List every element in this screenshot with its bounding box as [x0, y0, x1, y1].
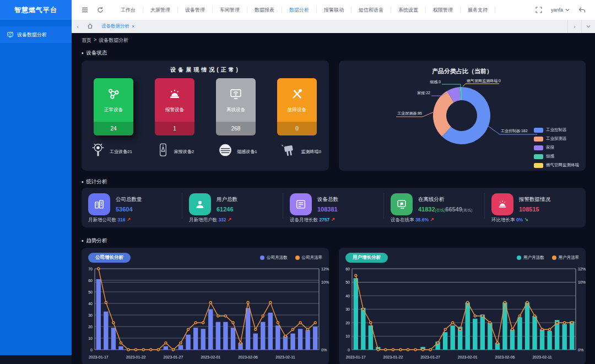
- svg-text:30: 30: [345, 307, 350, 311]
- pie-legend-item-3[interactable]: 烟感: [534, 154, 579, 159]
- status-cards: 正常设备24报警设备1离线设备268故障设备0: [82, 74, 329, 135]
- stat-cell-3: 在离线分析41832(在线)66549(离线)设备在线率 38.6%↗: [384, 188, 485, 227]
- tab-menu-icon[interactable]: [581, 20, 595, 33]
- trend-up-icon: ↗: [228, 217, 232, 222]
- svg-text:20: 20: [88, 325, 93, 329]
- device-type-item-0: 工业设备21: [89, 141, 132, 162]
- chart-legend-item-1[interactable]: 公司月活率: [295, 255, 323, 260]
- svg-text:2023-02-11: 2023-02-11: [532, 355, 551, 359]
- status-card-2[interactable]: 离线设备268: [216, 78, 256, 135]
- svg-text:60: 60: [88, 279, 93, 282]
- nav-item-7[interactable]: 短信和语音: [351, 7, 391, 13]
- device-type-icon: [155, 141, 171, 162]
- home-icon[interactable]: [84, 23, 96, 30]
- chart-legend-item-0[interactable]: 公司月活数: [260, 255, 288, 260]
- nav-item-0[interactable]: 工作台: [113, 7, 143, 13]
- company-growth-badge: 公司增长分析: [88, 253, 131, 263]
- stat-sub: 月新增公司数 316↗: [88, 217, 180, 224]
- user-growth-chart: 01020304050600%10%12%2023-01-172023-01-2…: [339, 265, 586, 364]
- stat-sub: 月新增用户数 332↗: [189, 217, 281, 224]
- svg-text:2023-02-01: 2023-02-01: [458, 355, 478, 359]
- svg-text:10: 10: [345, 334, 350, 338]
- tab-close-icon[interactable]: ×: [132, 24, 134, 29]
- breadcrumb-current: 设备数据分析: [99, 37, 128, 44]
- sidebar-footer[interactable]: [0, 355, 72, 364]
- legend-label: 公司月活率: [302, 255, 323, 260]
- company-growth-panel: 公司增长分析 公司月活数公司月活率 0102030405060700%10%12…: [82, 248, 329, 364]
- breadcrumb-separator: >: [94, 37, 96, 44]
- stat-value: 53604: [116, 206, 142, 213]
- status-card-icon: [106, 87, 121, 104]
- nav-item-4[interactable]: 数据报表: [247, 7, 282, 13]
- nav-item-2[interactable]: 设备管理: [178, 7, 213, 13]
- status-card-value: 24: [94, 122, 133, 135]
- sidebar: 设备数据分析: [0, 20, 72, 364]
- legend-dot-icon: [552, 256, 556, 260]
- tab-scroll-left-icon[interactable]: ‹: [72, 23, 84, 30]
- stat-icon-alarm: [491, 193, 513, 215]
- stat-title: 在离线分析: [418, 196, 473, 203]
- status-card-3[interactable]: 故障设备0: [277, 78, 317, 135]
- stat-icon-company: [88, 193, 110, 215]
- chart-legend-item-0[interactable]: 用户月活数: [517, 255, 544, 260]
- nav-item-3[interactable]: 车间管理: [213, 7, 247, 13]
- refresh-icon[interactable]: [94, 4, 106, 16]
- stat-cell-4: 报警数据情况108515环比增长率 0%↘: [485, 188, 586, 227]
- status-card-label: 报警设备: [165, 107, 184, 113]
- pie-title: 产品分类占比（当前）: [339, 61, 586, 75]
- nav-item-10[interactable]: 服务支持: [461, 7, 495, 13]
- pie-legend-item-0[interactable]: 工业控制器: [534, 127, 579, 133]
- fullscreen-icon[interactable]: [533, 4, 545, 16]
- user-menu[interactable]: yanfa: [551, 7, 570, 13]
- company-growth-chart: 0102030405060700%10%12%2023-01-172023-01…: [82, 265, 329, 364]
- menu-collapse-icon[interactable]: [79, 4, 91, 16]
- device-type-label: 烟感设备1: [237, 149, 257, 155]
- username: yanfa: [551, 7, 563, 13]
- legend-dot-icon: [260, 256, 264, 260]
- stat-icon-users: [189, 193, 211, 215]
- stat-title: 公司总数量: [116, 196, 142, 203]
- legend-dot-icon: [295, 256, 300, 260]
- device-type-label: 监测终端0: [301, 149, 321, 155]
- svg-text:10%: 10%: [578, 280, 586, 284]
- status-card-value: 1: [155, 122, 194, 135]
- section-trend: • 趋势分析: [82, 237, 586, 245]
- top-navigation: 工作台大屏管理设备管理车间管理数据报表数据分析报警联动短信和语音系统设置权限管理…: [113, 0, 495, 20]
- status-card-icon: [229, 87, 243, 104]
- legend-swatch: [534, 154, 543, 159]
- logout-back-icon[interactable]: [576, 4, 588, 16]
- svg-text:30: 30: [88, 313, 93, 317]
- bullet-icon: •: [82, 181, 84, 184]
- pie-legend-item-1[interactable]: 工业探测器: [534, 136, 579, 142]
- svg-text:50: 50: [88, 290, 93, 294]
- nav-item-1[interactable]: 大屏管理: [143, 7, 178, 13]
- chart-legend-item-1[interactable]: 用户月活率: [552, 255, 580, 260]
- nav-item-5[interactable]: 数据分析: [282, 7, 317, 13]
- status-card-0[interactable]: 正常设备24: [94, 78, 133, 135]
- tab-scroll-right-icon[interactable]: ›: [567, 20, 581, 33]
- pie-legend-item-4[interactable]: 燃气管网监测终端: [534, 162, 579, 168]
- stat-value: 41832(在线)66549(离线): [418, 206, 473, 213]
- stat-cell-1: 用户总数61246月新增用户数 332↗: [182, 188, 283, 227]
- status-card-1[interactable]: 报警设备1: [155, 78, 194, 135]
- status-card-icon: [167, 87, 182, 104]
- svg-text:0: 0: [90, 348, 93, 352]
- breadcrumb-home[interactable]: 首页: [82, 37, 91, 44]
- product-pie-panel: 产品分类占比（当前） 工业控制器:182工业探测器:86家报:22烟感:3燃气管…: [339, 61, 586, 171]
- svg-text:2023-01-17: 2023-01-17: [346, 355, 366, 359]
- pie-legend-item-2[interactable]: 家报: [534, 145, 579, 150]
- user-growth-badge: 用户增长分析: [345, 253, 388, 263]
- svg-text:0%: 0%: [321, 348, 327, 352]
- section-device-status: • 设备状态: [82, 50, 586, 57]
- legend-label: 用户月活数: [523, 255, 544, 260]
- company-chart-legend: 公司月活数公司月活率: [260, 255, 322, 260]
- svg-text:40: 40: [345, 294, 350, 298]
- device-type-item-2: 烟感设备1: [217, 141, 257, 162]
- status-card-icon: [290, 87, 304, 104]
- sidebar-item-device-analysis[interactable]: 设备数据分析: [0, 26, 72, 43]
- svg-text:12%: 12%: [578, 267, 586, 271]
- tab-device-analysis[interactable]: 设备数据分析 ×: [96, 20, 140, 33]
- nav-item-6[interactable]: 报警联动: [317, 7, 351, 13]
- nav-item-8[interactable]: 系统设置: [391, 7, 426, 13]
- nav-item-9[interactable]: 权限管理: [426, 7, 461, 13]
